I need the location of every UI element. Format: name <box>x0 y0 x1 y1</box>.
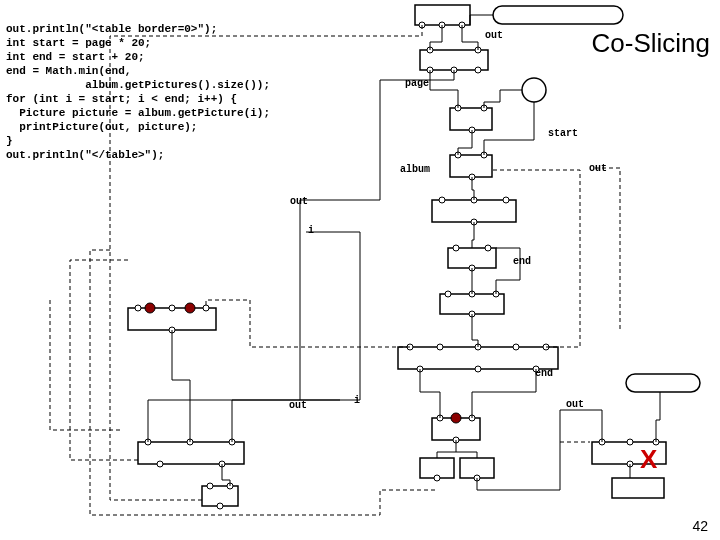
svg-point-10 <box>475 67 481 73</box>
svg-point-68 <box>217 503 223 509</box>
svg-rect-76 <box>612 478 664 498</box>
svg-rect-75 <box>626 374 700 392</box>
svg-point-36 <box>169 305 175 311</box>
svg-point-30 <box>445 291 451 297</box>
svg-text:X: X <box>640 444 658 474</box>
svg-point-26 <box>453 245 459 251</box>
svg-point-71 <box>627 439 633 445</box>
svg-point-21 <box>439 197 445 203</box>
graph-svg: X <box>0 0 720 540</box>
svg-point-66 <box>207 483 213 489</box>
svg-rect-4 <box>493 6 623 24</box>
svg-point-37 <box>203 305 209 311</box>
svg-point-48 <box>475 366 481 372</box>
svg-point-43 <box>437 344 443 350</box>
svg-point-45 <box>513 344 519 350</box>
svg-point-11 <box>522 78 546 102</box>
svg-point-57 <box>434 475 440 481</box>
svg-point-23 <box>503 197 509 203</box>
svg-point-27 <box>485 245 491 251</box>
svg-point-39 <box>145 303 155 313</box>
svg-point-40 <box>185 303 195 313</box>
svg-point-54 <box>451 413 461 423</box>
svg-point-35 <box>135 305 141 311</box>
svg-point-63 <box>157 461 163 467</box>
